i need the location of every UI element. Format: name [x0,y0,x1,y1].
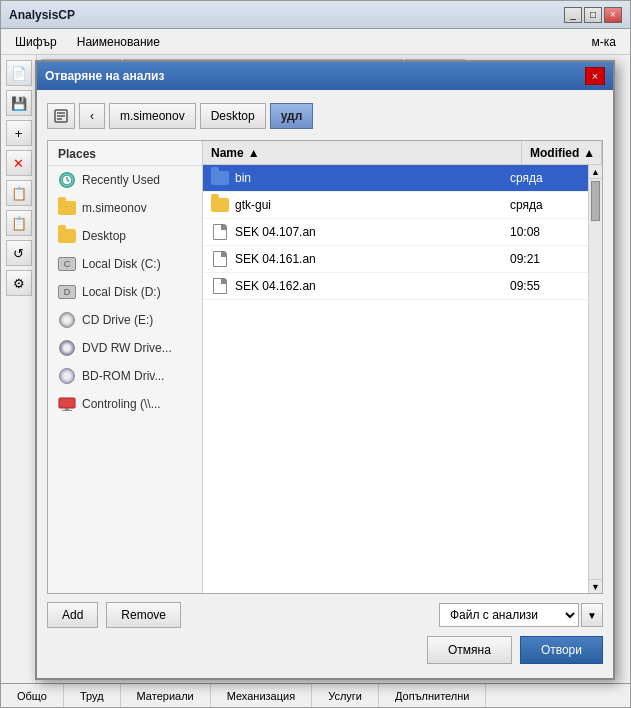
open-dialog: Отваряне на анализ × ‹ m.simeonov Deskto… [35,60,615,680]
places-item-local-d[interactable]: D Local Disk (D:) [48,278,202,306]
sek161-file-icon [211,250,229,268]
places-item-cd[interactable]: CD Drive (E:) [48,306,202,334]
add-button[interactable]: + [6,120,32,146]
add-remove-row: Add Remove Файл с анализи ▼ [47,602,603,628]
files-scrollbar[interactable]: ▲ ▼ [588,165,602,593]
file-icon [213,224,227,240]
add-button[interactable]: Add [47,602,98,628]
folder-icon [211,198,229,212]
file-item-gtk-gui[interactable]: gtk-gui сряда [203,192,588,219]
places-item-bd[interactable]: BD-ROM Driv... [48,362,202,390]
open-button[interactable]: Отвори [520,636,603,664]
name-col-header[interactable]: Name ▲ [203,141,522,164]
edit-nav-button[interactable] [47,103,75,129]
gtk-gui-folder-icon [211,196,229,214]
dialog-bottom: Add Remove Файл с анализи ▼ Отмяна Отвор… [47,602,603,668]
sek107-file-icon [211,223,229,241]
menu-shifr[interactable]: Шифър [7,33,65,51]
places-item-local-c[interactable]: C Local Disk (C:) [48,250,202,278]
minimize-button[interactable]: _ [564,7,582,23]
maximize-button[interactable]: □ [584,7,602,23]
places-label-msimeonov: m.simeonov [82,201,147,215]
back-nav-button[interactable]: ‹ [79,103,105,129]
modified-col-header[interactable]: Modified ▲ [522,141,602,164]
cd-icon-shape [59,312,75,328]
scroll-up-btn[interactable]: ▲ [589,165,602,179]
sek162-name: SEK 04.162.an [235,279,510,293]
bottom-tabs: Общо Труд Материали Механизация Услуги Д… [1,683,630,707]
new-button[interactable]: 📄 [6,60,32,86]
file-item-bin[interactable]: bin сряда [203,165,588,192]
sek162-modified: 09:55 [510,279,580,293]
dialog-title: Отваряне на анализ [45,69,164,83]
bd-icon-shape [59,368,75,384]
places-item-recently-used[interactable]: Recently Used [48,166,202,194]
tab-trud[interactable]: Труд [64,684,121,707]
app-title: AnalysisCP [9,8,75,22]
titlebar-controls: _ □ × [564,7,622,23]
files-panel: Name ▲ Modified ▲ [203,141,602,593]
dialog-nav-bar: ‹ m.simeonov Desktop удл [47,100,603,132]
places-header: Places [48,141,202,166]
local-c-icon: C [58,255,76,273]
cancel-button[interactable]: Отмяна [427,636,512,664]
places-item-dvd[interactable]: DVD RW Drive... [48,334,202,362]
file-item-sek107[interactable]: SEK 04.107.an 10:08 [203,219,588,246]
delete-button[interactable]: ✕ [6,150,32,176]
places-label-cd: CD Drive (E:) [82,313,153,327]
disk-icon: C [58,257,76,271]
copy-button[interactable]: 📋 [6,180,32,206]
gtk-gui-modified: сряда [510,198,580,212]
refresh-button[interactable]: ↺ [6,240,32,266]
places-panel: Places Recently Used [48,141,203,593]
desktop-nav-button[interactable]: Desktop [200,103,266,129]
udl-nav-button[interactable]: удл [270,103,314,129]
save-button[interactable]: 💾 [6,90,32,116]
places-label-network: Controling (\\... [82,397,161,411]
desktop-icon [58,227,76,245]
tab-dopylnitelni[interactable]: Допълнителни [379,684,486,707]
dialog-titlebar: Отваряне на анализ × [37,62,613,90]
file-item-sek162[interactable]: SEK 04.162.an 09:55 [203,273,588,300]
files-list: bin сряда gtk-gui сряда [203,165,588,593]
places-item-desktop[interactable]: Desktop [48,222,202,250]
sek162-file-icon [211,277,229,295]
dropdown-arrow-button[interactable]: ▼ [581,603,603,627]
places-item-network[interactable]: Controling (\\... [48,390,202,418]
svg-line-6 [67,180,69,181]
dvd-icon-shape [59,340,75,356]
cd-icon [58,311,76,329]
dialog-body: ‹ m.simeonov Desktop удл Places [37,90,613,678]
tab-obshto[interactable]: Общо [1,684,64,707]
sek161-name: SEK 04.161.an [235,252,510,266]
remove-button[interactable]: Remove [106,602,181,628]
places-label-recently-used: Recently Used [82,173,160,187]
file-type-dropdown[interactable]: Файл с анализи [439,603,579,627]
paste-button[interactable]: 📋 [6,210,32,236]
msimeonov-nav-button[interactable]: m.simeonov [109,103,196,129]
app-close-button[interactable]: × [604,7,622,23]
folder-icon [58,229,76,243]
dialog-close-button[interactable]: × [585,67,605,85]
menu-mka[interactable]: м-ка [584,33,624,51]
folder-icon [58,201,76,215]
app-titlebar: AnalysisCP _ □ × [1,1,630,29]
tab-uslugi[interactable]: Услуги [312,684,379,707]
folder-blue-icon [211,171,229,185]
edit-icon [54,109,68,123]
local-d-icon: D [58,283,76,301]
settings-button[interactable]: ⚙ [6,270,32,296]
tab-materiali[interactable]: Материали [121,684,211,707]
disk-icon: D [58,285,76,299]
scroll-down-btn[interactable]: ▼ [589,579,602,593]
places-item-msimeonov[interactable]: m.simeonov [48,194,202,222]
tab-mehanizacia[interactable]: Механизация [211,684,312,707]
sek161-modified: 09:21 [510,252,580,266]
file-item-sek161[interactable]: SEK 04.161.an 09:21 [203,246,588,273]
places-label-desktop: Desktop [82,229,126,243]
menu-naim[interactable]: Наименование [69,33,168,51]
scroll-thumb[interactable] [591,181,600,221]
recent-icon-shape [59,172,75,188]
dialog-action-row: Отмяна Отвори [47,636,603,668]
file-type-select: Файл с анализи ▼ [439,603,603,627]
